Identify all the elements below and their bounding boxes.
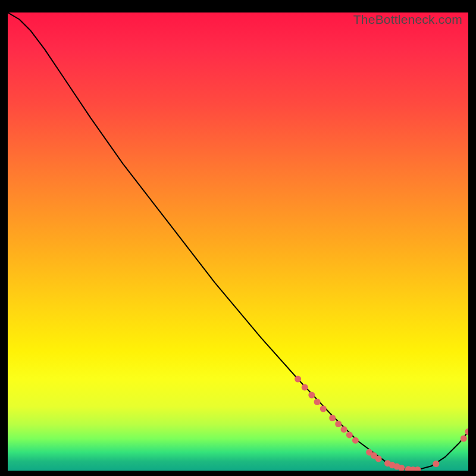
data-point	[308, 392, 315, 399]
data-point	[329, 415, 336, 421]
data-point	[461, 436, 467, 442]
curve-markers	[295, 376, 468, 471]
data-point	[352, 437, 359, 444]
data-point	[314, 399, 321, 405]
data-point	[302, 384, 308, 390]
chart-stage: TheBottleneck.com	[0, 0, 476, 476]
data-point	[341, 426, 347, 433]
data-point	[433, 461, 439, 467]
data-point	[295, 376, 301, 383]
data-point	[320, 406, 327, 412]
chart-svg	[8, 12, 468, 471]
data-point	[375, 456, 382, 462]
data-point	[414, 466, 421, 471]
plot-area: TheBottleneck.com	[8, 12, 468, 471]
data-point	[335, 421, 342, 427]
bottleneck-curve	[8, 12, 468, 470]
data-point	[465, 428, 469, 435]
data-point	[346, 431, 353, 438]
